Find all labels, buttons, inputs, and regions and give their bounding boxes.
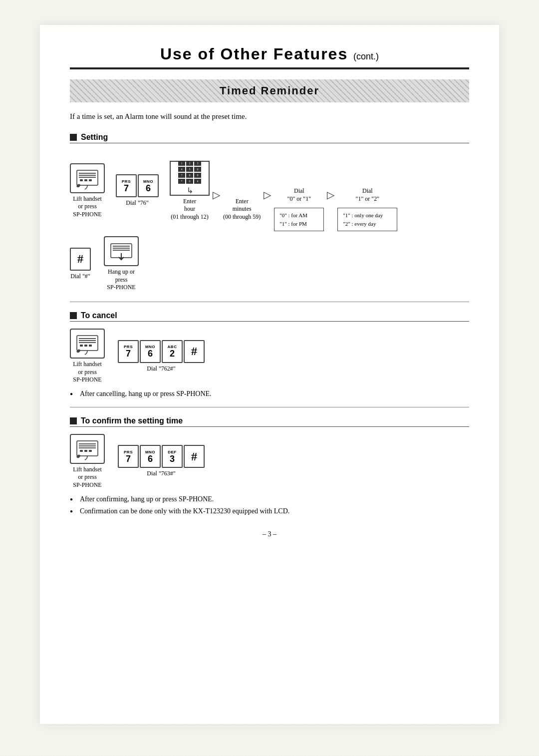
ampm-note: "0" : for AM"1" : for PM [274, 208, 324, 231]
setting-label: Setting [81, 133, 108, 142]
bullet-icon [70, 134, 77, 141]
svg-rect-9 [113, 248, 130, 249]
confirm-steps-row: Lift handsetor pressSP-PHONE PRS 7 MNO 6… [70, 434, 469, 489]
cancel-phone-icon [70, 329, 105, 359]
svg-rect-12 [79, 338, 96, 339]
svg-rect-14 [79, 342, 96, 343]
confirm-phone-label: Lift handsetor pressSP-PHONE [73, 466, 102, 489]
arrow1: ▷ [213, 181, 220, 201]
hangup-icon [104, 236, 139, 266]
confirm-btn-3: DEF 3 [162, 445, 183, 468]
section-banner: Timed Reminder [70, 79, 469, 102]
confirm-btn-7: PRS 7 [118, 445, 139, 468]
step-dial76: PRS 7 MNO 6 Dial "76" [116, 174, 159, 207]
cancel-dial-label: Dial "762#" [147, 365, 175, 373]
cancel-phone-label: Lift handsetor pressSP-PHONE [73, 361, 102, 384]
cancel-btn-7: PRS 7 [118, 340, 139, 363]
page-title: Use of Other Features (cont.) [70, 45, 469, 63]
ampm-label: Dial"0" or "1" [287, 187, 311, 203]
intro-text: If a time is set, an Alarm tone will sou… [70, 112, 469, 121]
step-am-pm: Dial"0" or "1" "0" : for AM"1" : for PM [274, 150, 324, 231]
cancel-phone-svg [75, 332, 100, 356]
section-title: Timed Reminder [220, 84, 319, 97]
confirm-label: To confirm the setting time [81, 416, 183, 425]
dial76-group: PRS 7 MNO 6 [116, 174, 159, 197]
step-recurrence: Dial"1" or "2" "1" : only one day"2" : e… [337, 150, 397, 231]
confirm-phone-svg [75, 437, 100, 461]
title-cont: (cont.) [353, 51, 379, 61]
title-text: Use of Other Features [160, 45, 348, 63]
cancel-bullet-icon [70, 312, 77, 319]
confirm-phone: Lift handsetor pressSP-PHONE [70, 434, 105, 489]
confirm-header: To confirm the setting time [70, 416, 469, 427]
svg-rect-19 [79, 443, 96, 444]
svg-rect-22 [80, 450, 83, 452]
cancel-dial: PRS 7 MNO 6 ABC 2 # Dial "762#" [118, 340, 205, 373]
svg-rect-17 [89, 345, 92, 347]
title-rule [70, 67, 469, 69]
svg-rect-23 [84, 450, 87, 452]
step-keypad: 1 2 3 4 5 6 7 8 9 * 0 # ↳ [170, 161, 210, 221]
page-number: – 3 – [70, 530, 469, 538]
dial-btn-6: MNO 6 [138, 174, 159, 197]
dial-btn-7: PRS 7 [116, 174, 137, 197]
keypad-icon: 1 2 3 4 5 6 7 8 9 * 0 # ↳ [170, 161, 210, 196]
cancel-phone: Lift handsetor pressSP-PHONE [70, 329, 105, 384]
svg-rect-4 [80, 179, 83, 181]
svg-rect-10 [113, 250, 130, 251]
svg-rect-1 [79, 173, 96, 174]
confirm-dial-label: Dial "763#" [147, 470, 175, 478]
minutes-label: Enterminutes(00 through 59) [223, 198, 261, 221]
confirm-btn-6: MNO 6 [140, 445, 161, 468]
svg-rect-8 [113, 246, 130, 247]
arrow3: ▷ [327, 181, 334, 201]
step-hangup: Hang up orpressSP-PHONE [104, 236, 139, 292]
dial76-label: Dial "76" [126, 199, 148, 207]
svg-rect-3 [79, 177, 96, 178]
step-lift-handset: Lift handsetor pressSP-PHONE [70, 163, 105, 219]
setting-header: Setting [70, 133, 469, 143]
confirm-dial: PRS 7 MNO 6 DEF 3 # Dial "763#" [118, 445, 205, 478]
svg-rect-20 [79, 445, 96, 446]
cancel-steps-row: Lift handsetor pressSP-PHONE PRS 7 MNO 6… [70, 329, 469, 384]
hangup-svg [109, 241, 134, 262]
setting-steps-row2: # Dial "#" Hang up orpressSP-PHONE [70, 236, 469, 292]
hash-label: Dial "#" [70, 273, 90, 281]
svg-rect-16 [84, 345, 87, 347]
cancel-header: To cancel [70, 311, 469, 322]
confirm-dial-group: PRS 7 MNO 6 DEF 3 # [118, 445, 205, 468]
hash-btn: # [70, 248, 91, 271]
page: Use of Other Features (cont.) Timed Remi… [40, 25, 499, 724]
step-minutes: Enterminutes(00 through 59) [223, 161, 261, 221]
cancel-btn-6: MNO 6 [140, 340, 161, 363]
keypad-label: Enterhour(01 through 12) [171, 198, 208, 221]
svg-rect-21 [79, 447, 96, 448]
phone-svg [75, 166, 100, 190]
recur-note: "1" : only one day"2" : every day [337, 208, 397, 231]
confirm-hash: # [184, 445, 205, 468]
cancel-hash: # [184, 340, 205, 363]
setting-steps-row1: Lift handsetor pressSP-PHONE PRS 7 MNO 6… [70, 150, 469, 231]
confirm-bullet-icon [70, 417, 77, 424]
svg-rect-13 [79, 340, 96, 341]
svg-rect-24 [89, 450, 92, 452]
hangup-label: Hang up orpressSP-PHONE [107, 268, 135, 292]
arrow2: ▷ [264, 181, 271, 201]
divider2 [70, 407, 469, 407]
confirm-note-2: Confirmation can be done only with the K… [70, 507, 469, 515]
divider1 [70, 302, 469, 302]
recur-label: Dial"1" or "2" [356, 187, 380, 203]
step-dial-hash: # Dial "#" [70, 248, 91, 281]
phone-icon [70, 163, 105, 193]
svg-rect-2 [79, 175, 96, 176]
svg-rect-15 [80, 345, 83, 347]
cancel-label: To cancel [81, 311, 117, 320]
svg-rect-5 [84, 179, 87, 181]
cancel-note: After cancelling, hang up or press SP-PH… [70, 390, 469, 398]
confirm-note-1: After confirming, hang up or press SP-PH… [70, 495, 469, 503]
step-lift-label: Lift handsetor pressSP-PHONE [73, 195, 102, 219]
cancel-btn-2: ABC 2 [162, 340, 183, 363]
cancel-dial-group: PRS 7 MNO 6 ABC 2 # [118, 340, 205, 363]
confirm-phone-icon [70, 434, 105, 464]
svg-rect-6 [89, 179, 92, 181]
